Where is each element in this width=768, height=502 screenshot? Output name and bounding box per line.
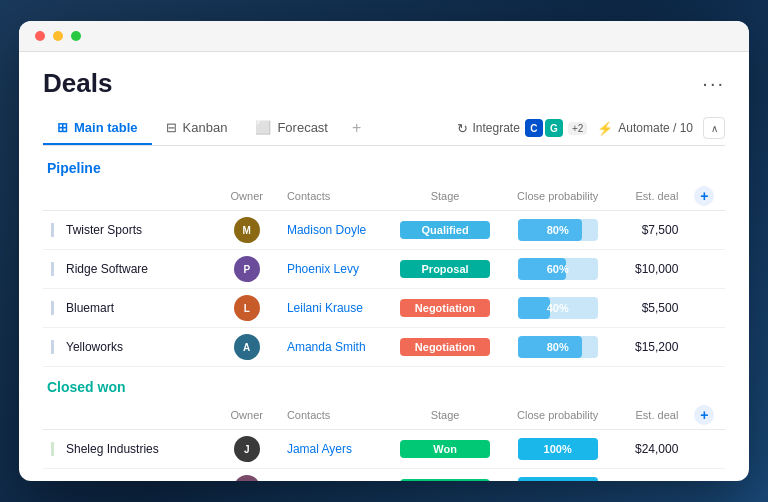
deal-name: Sheleg Industries [51,442,207,456]
refresh-icon: ↻ [457,121,468,136]
avatar: J [234,436,260,462]
prob-text: 100% [544,443,572,455]
closed-won-table: Owner Contacts Stage Close probability E… [43,401,725,481]
tabs-bar: ⊞ Main table ⊟ Kanban ⬜ Forecast + ↻ Int… [43,111,725,146]
est-deal-value: $15,200 [611,328,686,367]
pipeline-add-column-button[interactable]: + [694,186,714,206]
avatar: P [234,256,260,282]
integrate-button[interactable]: ↻ Integrate C G +2 [457,119,588,137]
pipeline-table-body: Twister SportsMMadison DoyleQualified80%… [43,211,725,367]
cw-col-header-stage: Stage [386,401,504,430]
automate-button[interactable]: ⚡ Automate / 10 [597,121,693,136]
collapse-button[interactable]: ∧ [703,117,725,139]
table-row: Ridge SoftwarePPhoenix LevyProposal60%$1… [43,250,725,289]
pipeline-title: Pipeline [43,160,725,176]
contact-link[interactable]: Madison Doyle [287,223,366,237]
integrate-icons: C G [525,119,563,137]
cw-col-header-contacts: Contacts [279,401,386,430]
est-deal-value: $5,500 [611,289,686,328]
table-row: Twister SportsMMadison DoyleQualified80%… [43,211,725,250]
tab-main-table-label: Main table [74,120,138,135]
contact-link[interactable]: Amanda Smith [287,340,366,354]
col-header-est: Est. deal [611,182,686,211]
stage-badge: Qualified [400,221,490,239]
page-title: Deals [43,68,112,99]
cw-col-header-est: Est. deal [611,401,686,430]
maximize-dot[interactable] [71,31,81,41]
est-deal-value: $10,000 [611,250,686,289]
avatar: A [234,334,260,360]
tabs-right-actions: ↻ Integrate C G +2 ⚡ Automate / 10 ∧ [457,117,726,139]
contact-link[interactable]: Leilani Krause [287,301,363,315]
main-content: Deals ··· ⊞ Main table ⊟ Kanban ⬜ Foreca… [19,52,749,481]
pipeline-table: Owner Contacts Stage Close probability E… [43,182,725,367]
stage-badge: Won [400,440,490,458]
forecast-icon: ⬜ [255,120,271,135]
closed-won-header-row: Owner Contacts Stage Close probability E… [43,401,725,430]
prob-text: 80% [547,224,569,236]
est-deal-value: $4,000 [611,469,686,482]
stage-badge: Won [400,479,490,481]
deal-name: Twister Sports [51,223,207,237]
stage-badge: Negotiation [400,338,490,356]
pipeline-header-row: Owner Contacts Stage Close probability E… [43,182,725,211]
cw-col-header-prob: Close probability [504,401,611,430]
integrate-plus: +2 [568,122,587,135]
lightning-icon: ⚡ [597,121,613,136]
col-header-contacts: Contacts [279,182,386,211]
cw-col-header-owner: Owner [215,401,279,430]
prob-bar-fill [518,477,598,481]
table-icon: ⊞ [57,120,68,135]
automate-label: Automate / 10 [618,121,693,135]
stage-badge: Proposal [400,260,490,278]
pipeline-section: Pipeline Owner Contacts Stage Close prob… [43,160,725,367]
tab-main-table[interactable]: ⊞ Main table [43,112,152,145]
closed-won-table-body: Sheleg IndustriesJJamal AyersWon100%$24,… [43,430,725,482]
avatar: E [234,475,260,481]
more-options-button[interactable]: ··· [702,72,725,95]
col-header-stage: Stage [386,182,504,211]
col-header-add: + [686,182,725,211]
tab-kanban-label: Kanban [183,120,228,135]
add-tab-button[interactable]: + [342,111,371,145]
integrate-label: Integrate [473,121,520,135]
closed-won-add-column-button[interactable]: + [694,405,714,425]
page-header: Deals ··· [43,68,725,99]
integration-icon-2: G [545,119,563,137]
contact-link[interactable]: Jamal Ayers [287,442,352,456]
col-header-prob: Close probability [504,182,611,211]
deal-name: Bluemart [51,301,207,315]
table-row: Sheleg IndustriesJJamal AyersWon100%$24,… [43,430,725,469]
est-deal-value: $24,000 [611,430,686,469]
table-row: BluemartLLeilani KrauseNegotiation40%$5,… [43,289,725,328]
closed-won-title: Closed won [43,379,725,395]
contact-link[interactable]: Phoenix Levy [287,262,359,276]
table-row: YelloworksAAmanda SmithNegotiation80%$15… [43,328,725,367]
integration-icon-1: C [525,119,543,137]
prob-text: 60% [547,263,569,275]
prob-text: 40% [547,302,569,314]
tab-forecast-label: Forecast [277,120,328,135]
title-bar [19,21,749,52]
table-row: Zift RecordsEElian WarrenWon100%$4,000 [43,469,725,482]
deal-name: Yelloworks [51,340,207,354]
prob-text: 80% [547,341,569,353]
col-header-name [43,182,215,211]
kanban-icon: ⊟ [166,120,177,135]
closed-won-section: Closed won Owner Contacts Stage Close pr… [43,379,725,481]
avatar: M [234,217,260,243]
tab-forecast[interactable]: ⬜ Forecast [241,112,342,145]
minimize-dot[interactable] [53,31,63,41]
deal-name: Ridge Software [51,262,207,276]
col-header-owner: Owner [215,182,279,211]
prob-bar-fill [518,297,550,319]
stage-badge: Negotiation [400,299,490,317]
avatar: L [234,295,260,321]
app-window: Deals ··· ⊞ Main table ⊟ Kanban ⬜ Foreca… [19,21,749,481]
close-dot[interactable] [35,31,45,41]
tab-kanban[interactable]: ⊟ Kanban [152,112,242,145]
cw-col-header-add: + [686,401,725,430]
cw-col-header-name [43,401,215,430]
est-deal-value: $7,500 [611,211,686,250]
